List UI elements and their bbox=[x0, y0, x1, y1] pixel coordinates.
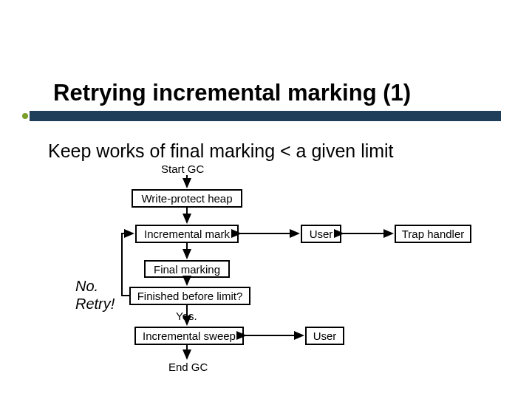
title-underline bbox=[30, 111, 501, 121]
box-trap-handler-label: Trap handler bbox=[402, 228, 465, 240]
retry-label: No. Retry! bbox=[75, 277, 115, 313]
box-final-marking: Final marking bbox=[144, 260, 230, 278]
box-decision-label: Finished before limit? bbox=[137, 290, 243, 302]
box-trap-handler: Trap handler bbox=[395, 225, 471, 243]
slide-title: Retrying incremental marking (1) bbox=[53, 80, 510, 106]
flow-arrows bbox=[0, 0, 532, 399]
box-write-protect: Write-protect heap bbox=[132, 189, 242, 208]
box-final-marking-label: Final marking bbox=[154, 263, 220, 276]
box-incremental-sweep: Incremental sweep bbox=[134, 327, 244, 345]
title-text: Retrying incremental marking (1) bbox=[53, 80, 510, 106]
box-user-2-label: User bbox=[313, 330, 337, 342]
label-yes: Yes. bbox=[176, 310, 197, 322]
retry-no: No. bbox=[75, 278, 98, 294]
label-end-gc: End GC bbox=[168, 361, 208, 373]
box-user-2: User bbox=[305, 327, 344, 345]
box-incremental-mark: Incremental mark bbox=[135, 225, 239, 243]
box-incremental-sweep-label: Incremental sweep bbox=[143, 330, 236, 342]
retry-retry: Retry! bbox=[75, 296, 115, 312]
box-user-1-label: User bbox=[310, 228, 333, 240]
box-decision: Finished before limit? bbox=[129, 287, 250, 305]
box-write-protect-label: Write-protect heap bbox=[141, 192, 232, 205]
title-bullet bbox=[22, 113, 28, 119]
box-incremental-mark-label: Incremental mark bbox=[144, 228, 230, 240]
label-start-gc: Start GC bbox=[161, 163, 204, 175]
box-user-1: User bbox=[301, 225, 341, 243]
subhead: Keep works of final marking < a given li… bbox=[48, 140, 394, 162]
